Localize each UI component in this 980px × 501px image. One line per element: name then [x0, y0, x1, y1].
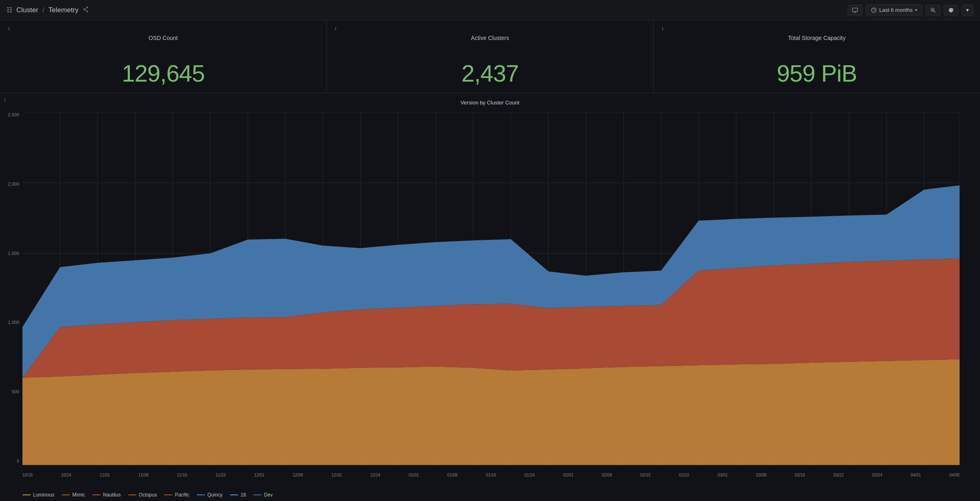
svg-line-4	[85, 10, 87, 11]
zoom-in-button[interactable]	[926, 5, 940, 16]
x-label-1016: 10/16	[22, 473, 33, 477]
legend-color-dev	[253, 494, 261, 495]
svg-line-3	[85, 8, 87, 9]
header: ☷ Cluster / Telemetry Last 6 months ▾	[0, 0, 980, 20]
kpi-value-clusters: 2,437	[335, 60, 645, 87]
kpi-title-osd: OSD Count	[8, 35, 318, 41]
y-label-500: 500	[0, 389, 22, 394]
breadcrumb-parent[interactable]: Cluster	[16, 6, 38, 14]
legend-color-pacific	[164, 494, 172, 495]
x-label-0222: 02/22	[679, 473, 689, 477]
x-label-0215: 02/15	[640, 473, 650, 477]
svg-point-2	[87, 11, 88, 12]
svg-rect-5	[853, 8, 858, 11]
legend-color-quincy	[197, 494, 205, 495]
kpi-osd-count: ℹ OSD Count 129,645	[0, 20, 327, 93]
legend-quincy: Quincy	[197, 492, 223, 498]
stacked-area-chart	[22, 112, 960, 465]
x-label-1224: 12/24	[370, 473, 380, 477]
legend-color-luminous	[22, 494, 31, 495]
y-label-1500: 1,500	[0, 251, 22, 256]
x-label-0408: 04/08	[949, 473, 960, 477]
legend-nautilus: Nautilus	[92, 492, 120, 498]
legend-color-octopus	[128, 494, 136, 495]
more-chevron-icon: ▾	[966, 7, 969, 13]
legend-label-pacific: Pacific	[175, 492, 189, 498]
x-label-1108: 11/08	[138, 473, 149, 477]
legend-luminous: Luminous	[22, 492, 54, 498]
legend-color-18	[230, 494, 238, 495]
legend-mimic: Mimic	[62, 492, 85, 498]
refresh-button[interactable]	[944, 5, 958, 16]
svg-point-0	[87, 7, 88, 8]
x-label-1201: 12/01	[254, 473, 264, 477]
x-label-0108: 01/08	[447, 473, 457, 477]
x-label-0324: 03/24	[872, 473, 882, 477]
x-label-0322: 03/22	[833, 473, 844, 477]
x-label-0201: 02/01	[563, 473, 573, 477]
info-icon-clusters: ℹ	[335, 26, 645, 31]
x-label-1123: 11/23	[216, 473, 226, 477]
time-range-button[interactable]: Last 6 months ▾	[866, 4, 922, 16]
x-label-1101: 11/01	[100, 473, 110, 477]
breadcrumb-child[interactable]: Telemetry	[49, 6, 79, 14]
info-icon-osd: ℹ	[8, 26, 318, 31]
x-label-0124: 01/24	[525, 473, 535, 477]
legend-pacific: Pacific	[164, 492, 189, 498]
header-right: Last 6 months ▾ ▾	[848, 4, 973, 16]
x-label-0308: 03/08	[756, 473, 766, 477]
area-amber	[22, 359, 960, 466]
chart-title: Version by Cluster Count	[0, 97, 980, 108]
kpi-value-osd: 129,645	[8, 60, 318, 87]
x-label-0316: 03/16	[795, 473, 805, 477]
info-icon-storage: ℹ	[662, 26, 972, 31]
x-label-0301: 03/01	[717, 473, 728, 477]
app-grid-icon: ☷	[7, 6, 12, 14]
legend-color-nautilus	[92, 494, 100, 495]
time-range-label: Last 6 months	[879, 7, 913, 13]
legend-label-dev: Dev	[264, 492, 272, 498]
y-axis: 0 500 1,000 1,500 2,000 2,500	[0, 112, 22, 465]
x-label-1216: 12/16	[332, 473, 342, 477]
y-label-2000: 2,000	[0, 182, 22, 186]
y-label-1000: 1,000	[0, 320, 22, 325]
chevron-down-icon: ▾	[915, 8, 917, 12]
legend-octopus: Octopus	[128, 492, 157, 498]
kpi-total-storage: ℹ Total Storage Capacity 959 PiB	[654, 20, 980, 93]
svg-line-12	[933, 11, 935, 12]
x-label-1116: 11/16	[177, 473, 187, 477]
legend-label-mimic: Mimic	[72, 492, 85, 498]
legend-dev: Dev	[253, 492, 272, 498]
svg-line-10	[874, 10, 875, 11]
x-label-0116: 01/16	[486, 473, 496, 477]
breadcrumb-separator: /	[42, 6, 45, 14]
share-icon[interactable]	[82, 6, 89, 14]
kpi-title-storage: Total Storage Capacity	[662, 35, 972, 41]
chart-area: ℹ Version by Cluster Count 0 500 1,000 1…	[0, 93, 980, 501]
legend-label-18: 18	[241, 492, 246, 498]
x-label-0208: 02/08	[602, 473, 612, 477]
legend-label-quincy: Quincy	[207, 492, 223, 498]
chart-container: 0 500 1,000 1,500 2,000 2,500	[0, 108, 980, 490]
chart-legend: Luminous Mimic Nautilus Octopus Pacific …	[0, 490, 980, 501]
monitor-button[interactable]	[848, 5, 862, 16]
more-options-button[interactable]: ▾	[962, 4, 973, 16]
y-label-2500: 2,500	[0, 112, 22, 117]
x-axis: 10/16 10/24 11/01 11/08 11/16 11/23 12/0…	[22, 473, 960, 477]
kpi-value-storage: 959 PiB	[662, 60, 972, 87]
svg-point-1	[83, 9, 85, 10]
x-label-1208: 12/08	[293, 473, 303, 477]
kpi-row: ℹ OSD Count 129,645 ℹ Active Clusters 2,…	[0, 20, 980, 93]
x-label-0401: 04/01	[911, 473, 921, 477]
y-label-0: 0	[0, 459, 22, 463]
legend-label-octopus: Octopus	[139, 492, 157, 498]
legend-color-mimic	[62, 494, 70, 495]
legend-label-luminous: Luminous	[33, 492, 54, 498]
chart-info-icon: ℹ	[4, 97, 6, 102]
x-label-1024: 10/24	[61, 473, 71, 477]
legend-18: 18	[230, 492, 246, 498]
kpi-title-clusters: Active Clusters	[335, 35, 645, 41]
kpi-active-clusters: ℹ Active Clusters 2,437	[327, 20, 653, 93]
header-left: ☷ Cluster / Telemetry	[7, 6, 89, 14]
x-label-0101: 01/01	[409, 473, 419, 477]
